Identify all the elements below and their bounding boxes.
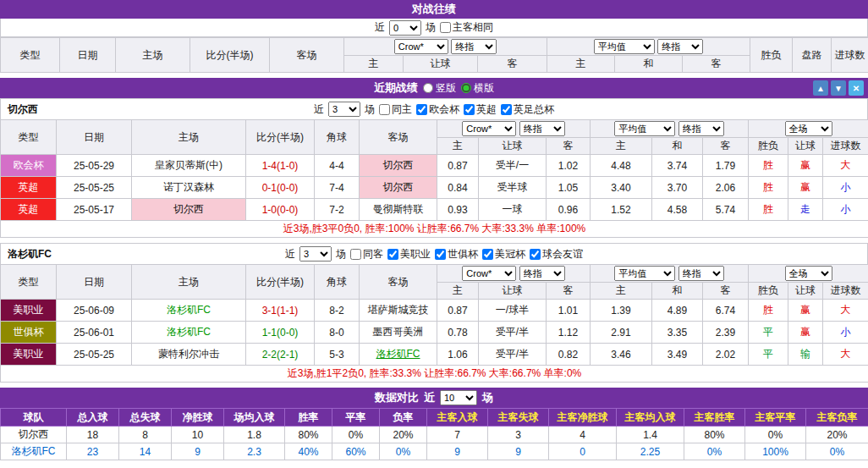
goals-result: 小 — [823, 177, 868, 199]
view-horizontal-radio[interactable]: 横版 — [461, 81, 494, 96]
checkbox-label: 世俱杯 — [448, 247, 478, 262]
home-team[interactable]: 洛杉矶FC — [132, 300, 246, 322]
checkbox-input[interactable] — [482, 249, 493, 260]
h2h-games-select[interactable]: 0 — [389, 20, 421, 36]
col-loss-rate: 负率 — [380, 409, 427, 427]
close-button[interactable]: ✕ — [849, 80, 864, 96]
goals-result: 大 — [823, 344, 868, 366]
scroll-down-button[interactable]: ▼ — [831, 80, 846, 96]
col-date: 日期 — [57, 265, 132, 300]
avg-away: 2.39 — [703, 322, 749, 344]
chelsea-filter-facup[interactable]: 英足总杯 — [501, 102, 554, 117]
match-score[interactable]: 2-2(2-1) — [246, 344, 315, 366]
view-vertical-radio[interactable]: 竖版 — [423, 81, 456, 96]
team-name[interactable]: 洛杉矶FC — [1, 443, 67, 460]
down-arrow-icon: ▼ — [834, 84, 843, 93]
match-score[interactable]: 1-4(1-0) — [246, 155, 315, 177]
result-value: 胜 — [749, 199, 788, 221]
match-score[interactable]: 3-1(1-1) — [246, 300, 315, 322]
stat-value: 100% — [745, 443, 806, 460]
away-team[interactable]: 曼彻斯特联 — [360, 199, 437, 221]
fulltime-select[interactable]: 全场 — [785, 121, 832, 136]
checkbox-label: 美冠杯 — [495, 247, 525, 262]
bookmaker-select[interactable]: Crow* — [462, 121, 516, 136]
away-team[interactable]: 堪萨斯城竞技 — [360, 300, 437, 322]
lafc-filter-cwc[interactable]: 世俱杯 — [435, 247, 478, 262]
same-homeaway-input[interactable] — [440, 22, 451, 33]
odds-stage-select[interactable]: 终指 — [519, 266, 565, 281]
match-score[interactable]: 0-1(0-0) — [246, 177, 315, 199]
away-team[interactable]: 洛杉矶FC — [360, 344, 437, 366]
chelsea-filter-conference[interactable]: 欧会杯 — [416, 102, 459, 117]
chelsea-filter-same-home[interactable]: 同主 — [379, 102, 412, 117]
lafc-filter-concacaf[interactable]: 美冠杯 — [482, 247, 525, 262]
col-trend: 盘路 — [793, 38, 832, 73]
avg-select[interactable]: 平均值 — [614, 266, 675, 281]
checkbox-input[interactable] — [350, 249, 361, 260]
home-team[interactable]: 诺丁汉森林 — [132, 177, 246, 199]
odds-group-header: Crow* 终指 — [344, 38, 547, 56]
goals-result: 小 — [823, 322, 868, 344]
avg-stage-select[interactable]: 终指 — [678, 121, 724, 136]
col-type: 类型 — [1, 265, 57, 300]
handicap-result: 赢 — [788, 300, 823, 322]
checkbox-input[interactable] — [435, 249, 446, 260]
col-win-rate: 胜率 — [285, 409, 332, 427]
match-date: 25-06-09 — [57, 300, 132, 322]
avg-home: 3.40 — [591, 177, 652, 199]
fulltime-select[interactable]: 全场 — [785, 266, 832, 281]
avg-stage-select[interactable]: 终指 — [678, 266, 724, 281]
same-homeaway-checkbox[interactable]: 主客相同 — [440, 20, 493, 35]
stat-value: 18 — [67, 427, 119, 443]
home-team[interactable]: 皇家贝蒂斯(中) — [132, 155, 246, 177]
avg-stage-select[interactable]: 终指 — [657, 39, 703, 54]
odds-handicap: 受平/半 — [479, 344, 547, 366]
odds-stage-select[interactable]: 终指 — [451, 39, 497, 54]
checkbox-input[interactable] — [416, 104, 427, 115]
checkbox-input[interactable] — [387, 249, 398, 260]
checkbox-input[interactable] — [530, 249, 541, 260]
corner-score: 4-4 — [315, 155, 360, 177]
lafc-team-name: 洛杉矶FC — [8, 247, 52, 262]
stat-value: 1.8 — [224, 427, 285, 443]
close-icon: ✕ — [853, 84, 860, 93]
lafc-filter-mls[interactable]: 美职业 — [387, 247, 431, 262]
stat-value: 0% — [806, 443, 868, 460]
checkbox-input[interactable] — [464, 104, 475, 115]
lafc-games-select[interactable]: 3 — [299, 246, 332, 262]
home-team[interactable]: 蒙特利尔冲击 — [132, 344, 246, 366]
avg-draw: 3.35 — [652, 322, 703, 344]
avg-select[interactable]: 平均值 — [614, 121, 675, 136]
near-label: 近 — [314, 102, 324, 117]
col-odds-handicap: 让球 — [479, 138, 547, 155]
home-team[interactable]: 洛杉矶FC — [132, 322, 246, 344]
scroll-up-button[interactable]: ▲ — [813, 80, 828, 96]
bookmaker-select[interactable]: Crow* — [394, 39, 448, 54]
col-goals-per-game: 场均入球 — [224, 409, 285, 427]
stat-value: 20% — [806, 427, 868, 443]
checkbox-input[interactable] — [501, 104, 512, 115]
match-score[interactable]: 1-1(0-0) — [246, 322, 315, 344]
away-team[interactable]: 墨西哥美洲 — [360, 322, 437, 344]
odds-handicap: 一/球半 — [479, 300, 547, 322]
away-team[interactable]: 切尔西 — [360, 155, 437, 177]
lafc-filter-same-away[interactable]: 同客 — [350, 247, 383, 262]
col-avg-away: 客 — [683, 56, 750, 73]
avg-home: 3.46 — [591, 344, 652, 366]
col-away: 客场 — [360, 120, 437, 155]
chelsea-filter-epl[interactable]: 英超 — [464, 102, 497, 117]
view-horizontal-input[interactable] — [461, 83, 471, 93]
away-team[interactable]: 切尔西 — [360, 177, 437, 199]
compare-games-select[interactable]: 10 — [440, 390, 477, 405]
home-team[interactable]: 切尔西 — [132, 199, 246, 221]
col-odds-handicap: 让球 — [404, 56, 478, 73]
match-score[interactable]: 1-0(0-0) — [246, 199, 315, 221]
odds-stage-select[interactable]: 终指 — [519, 121, 565, 136]
view-vertical-input[interactable] — [423, 83, 433, 93]
avg-select[interactable]: 平均值 — [594, 39, 655, 54]
odds-away: 0.82 — [547, 344, 591, 366]
checkbox-input[interactable] — [379, 104, 390, 115]
chelsea-games-select[interactable]: 3 — [328, 102, 360, 117]
lafc-filter-friendly[interactable]: 球会友谊 — [530, 247, 583, 262]
bookmaker-select[interactable]: Crow* — [462, 266, 516, 281]
